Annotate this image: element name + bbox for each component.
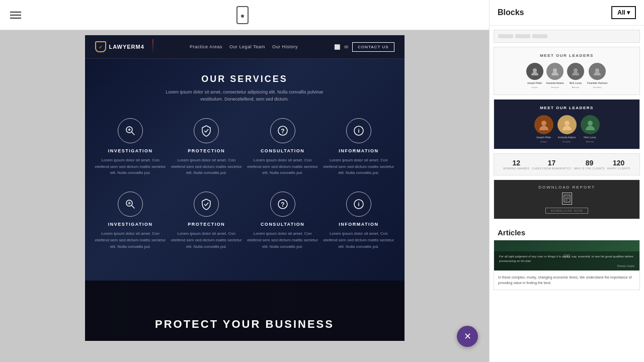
leader-avatar-1 [526, 63, 543, 80]
leader-dark-role-1: Lawyer [540, 140, 547, 143]
leader-name-3: Nick Lucas [570, 81, 582, 84]
stat-number-1: 12 [503, 159, 529, 167]
strip-row [494, 30, 639, 42]
stat-label-1: WINNING AWARDS [503, 167, 529, 170]
service-item-information-2: i INFORMATION Lorem ipsum dolor sit amet… [323, 192, 394, 250]
leader-dark-name-1: Joseph Rider [536, 136, 551, 139]
article-card[interactable]: ∞ For all right judgment of any man or t… [494, 240, 640, 290]
leader-role-4: Secretary [593, 86, 602, 88]
leader-dark-role-2: Designer [562, 140, 571, 143]
contact-button[interactable]: CONTACT US [352, 42, 394, 52]
leader-name-4: Charlotte Harrison [587, 81, 608, 84]
leaders-title-1: MEET OUR LEADERS [500, 53, 633, 58]
leader-avatar-2 [546, 63, 564, 80]
document-icon [562, 193, 572, 205]
mobile-preview-icon[interactable] [236, 6, 249, 24]
stats-content: 12 WINNING AWARDS 17 CASES FROM BANKRUPT… [494, 154, 639, 175]
strip-3 [532, 34, 547, 38]
articles-section-title: Articles [494, 223, 640, 240]
meet-leaders-light: MEET OUR LEADERS Joseph Rider Lawyer Ama [494, 47, 639, 95]
article-quote-overlay: For all right judgment of any man or thi… [494, 251, 639, 270]
service-desc-6: Lorem ipsum dolor sit amet. Con eleifend… [247, 231, 318, 250]
logo-shield-icon [95, 41, 106, 52]
strip-2 [515, 34, 530, 38]
article-body: In these complex, murky, changing econom… [494, 270, 639, 290]
services-grid-bottom: INVESTIGATION Lorem ipsum dolor sit amet… [95, 192, 394, 250]
article-quote-author: Thomas Carlyle [499, 264, 634, 267]
svg-point-22 [588, 121, 593, 126]
leaders-title-2: MEET OUR LEADERS [500, 106, 633, 110]
svg-line-1 [132, 132, 135, 135]
stat-1: 12 WINNING AWARDS [503, 159, 529, 170]
page-preview: LAWYERM4 Practice Areas Our Legal Team O… [85, 35, 405, 341]
information-icon-1: i [346, 118, 371, 143]
meet-leaders-card-2[interactable]: MEET OUR LEADERS Joseph Rider Lawyer Ama [494, 99, 640, 149]
service-name-1: PROTECTION [188, 148, 225, 153]
meet-leaders-dark: MEET OUR LEADERS Joseph Rider Lawyer Ama [494, 100, 639, 149]
strip-block-card[interactable] [494, 30, 640, 43]
stat-label-2: CASES FROM BANKRUPTCY [532, 167, 572, 170]
article-quote-text: For all right judgment of any man or thi… [499, 254, 634, 263]
consultation-icon-2: ? [270, 192, 295, 217]
nav-link-team[interactable]: Our Legal Team [229, 44, 265, 49]
leader-name-2: Amanda Adams [546, 81, 564, 84]
svg-line-9 [132, 206, 135, 209]
service-desc-2: Lorem ipsum dolor sit amet. Con eleifend… [247, 157, 318, 176]
meet-leaders-card-1[interactable]: MEET OUR LEADERS Joseph Rider Lawyer Ama [494, 47, 640, 95]
leader-1: Joseph Rider Lawyer [526, 63, 543, 88]
stat-number-3: 89 [574, 159, 605, 167]
stat-number-2: 17 [532, 159, 572, 167]
service-desc-0: Lorem ipsum dolor sit amet. Con eleifend… [95, 157, 166, 176]
services-subtitle: Lorem ipsum dolor sit amet, consectetur … [95, 88, 394, 103]
hamburger-menu[interactable] [10, 12, 21, 19]
download-button[interactable]: DOWNLOAD NOW [545, 208, 589, 214]
service-item-protection-2: PROTECTION Lorem ipsum dolor sit amet. C… [171, 192, 242, 250]
service-desc-7: Lorem ipsum dolor sit amet. Con eleifend… [323, 231, 394, 250]
stats-card[interactable]: 12 WINNING AWARDS 17 CASES FROM BANKRUPT… [494, 153, 640, 175]
leader-role-1: Lawyer [531, 86, 538, 88]
services-title: OUR SERVICES [95, 74, 394, 84]
service-item-consultation-1: ? CONSULTATION Lorem ipsum dolor sit ame… [247, 118, 318, 176]
svg-text:i: i [358, 128, 359, 134]
download-content: DOWNLOAD REPORT DOWNLOAD NOW [494, 180, 639, 219]
leader-avatar-4 [589, 63, 606, 80]
editor-toolbar [0, 0, 489, 30]
svg-text:i: i [358, 201, 359, 207]
protection-icon-1 [194, 118, 219, 143]
stat-3: 89 WHO IS THE CLIENTS [574, 159, 605, 170]
investigation-icon-2 [118, 192, 143, 217]
leader-dark-role-3: Attorney [586, 140, 594, 143]
leader-2: Amanda Adams Designer [546, 63, 564, 88]
service-name-0: INVESTIGATION [108, 148, 153, 153]
service-item-protection-1: PROTECTION Lorem ipsum dolor sit amet. C… [171, 118, 242, 176]
download-card[interactable]: DOWNLOAD REPORT DOWNLOAD NOW [494, 179, 640, 219]
nav-link-history[interactable]: Our History [272, 44, 298, 49]
leader-name-1: Joseph Rider [527, 81, 542, 84]
close-fab-button[interactable]: ✕ [457, 326, 478, 347]
service-name-4: INVESTIGATION [108, 222, 153, 227]
leader-dark-name-3: Nick Lucas [584, 136, 596, 139]
leader-dark-avatar-2 [557, 115, 577, 134]
service-desc-1: Lorem ipsum dolor sit amet. Con eleifend… [171, 157, 242, 176]
service-name-2: CONSULTATION [261, 148, 305, 153]
nav-link-practice[interactable]: Practice Areas [190, 44, 222, 49]
services-section: OUR SERVICES Lorem ipsum dolor sit amet,… [85, 59, 405, 281]
service-name-3: INFORMATION [339, 148, 378, 153]
leader-role-3: Attorney [572, 86, 579, 88]
service-desc-5: Lorem ipsum dolor sit amet. Con eleifend… [171, 231, 242, 250]
leader-dark-avatar-1 [534, 115, 553, 134]
stat-label-3: WHO IS THE CLIENTS [574, 167, 605, 170]
service-name-5: PROTECTION [188, 222, 225, 227]
consultation-icon-1: ? [270, 118, 295, 143]
svg-text:?: ? [281, 201, 284, 208]
leader-dark-avatar-3 [581, 115, 600, 134]
svg-text:?: ? [281, 128, 284, 135]
all-dropdown-button[interactable]: All ▾ [611, 6, 636, 19]
leaders-row-2: Joseph Rider Lawyer Amanda Adams Designe… [500, 115, 633, 143]
protection-icon-2 [194, 192, 219, 217]
download-title: DOWNLOAD REPORT [538, 185, 595, 190]
blocks-scroll-area[interactable]: MEET OUR LEADERS Joseph Rider Lawyer Ama [490, 26, 644, 362]
article-body-text: In these complex, murky, changing econom… [498, 275, 635, 286]
nav-accent [152, 39, 153, 54]
blocks-header: Blocks All ▾ [490, 0, 644, 26]
